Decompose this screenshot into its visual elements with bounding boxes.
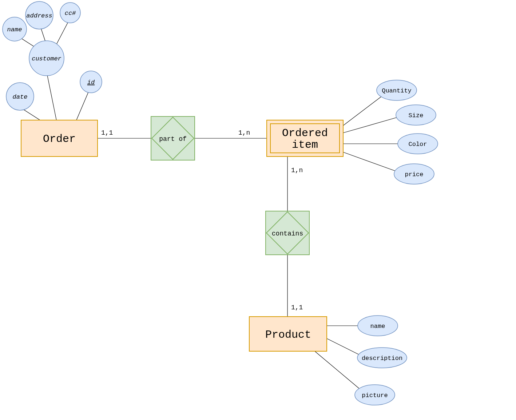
relationship-part-of: part of bbox=[151, 116, 195, 160]
attr-address: address bbox=[25, 1, 53, 29]
entity-ordered-item-label-1: Ordered bbox=[282, 127, 328, 139]
relationship-contains: contains bbox=[266, 211, 309, 255]
entity-order: Order bbox=[21, 120, 98, 156]
attr-id: id bbox=[80, 71, 102, 93]
attr-price: price bbox=[394, 164, 434, 184]
svg-text:address: address bbox=[26, 12, 52, 19]
edge-order-id bbox=[76, 90, 89, 120]
edge-customer-cc bbox=[56, 20, 69, 44]
attr-date: date bbox=[6, 83, 34, 110]
svg-text:name: name bbox=[7, 26, 22, 33]
entity-product-label: Product bbox=[265, 329, 311, 341]
attr-description: description bbox=[357, 348, 407, 368]
svg-text:Quantity: Quantity bbox=[382, 87, 412, 94]
svg-text:id: id bbox=[87, 79, 95, 86]
svg-text:name: name bbox=[370, 323, 385, 330]
svg-text:cc#: cc# bbox=[65, 10, 76, 17]
edge-order-customer bbox=[47, 75, 56, 120]
svg-text:customer: customer bbox=[32, 55, 61, 62]
relationship-part-of-label: part of bbox=[159, 135, 187, 143]
card-ordered-contains: 1,n bbox=[291, 167, 303, 174]
edge-oi-quantity bbox=[343, 95, 384, 126]
svg-text:Color: Color bbox=[408, 141, 427, 148]
entity-ordered-item: Ordered item bbox=[267, 120, 343, 156]
svg-text:date: date bbox=[13, 94, 28, 100]
attr-color: Color bbox=[398, 134, 438, 154]
entity-product: Product bbox=[249, 317, 327, 351]
edge-product-description bbox=[327, 338, 360, 355]
svg-text:picture: picture bbox=[362, 392, 388, 399]
entity-order-label: Order bbox=[43, 133, 76, 145]
edge-order-date bbox=[22, 108, 40, 120]
svg-text:description: description bbox=[362, 355, 402, 362]
edge-oi-price bbox=[343, 152, 397, 171]
attr-quantity: Quantity bbox=[377, 80, 417, 100]
edges bbox=[18, 20, 400, 389]
svg-text:price: price bbox=[405, 171, 423, 178]
attr-prod-name: name bbox=[358, 316, 398, 336]
er-diagram: 1,1 1,n 1,n 1,1 Order Ordered item Produ… bbox=[0, 0, 516, 420]
attr-picture: picture bbox=[355, 385, 395, 405]
relationship-contains-label: contains bbox=[272, 230, 303, 237]
card-partof-ordered: 1,n bbox=[238, 129, 250, 136]
edge-product-picture bbox=[315, 351, 360, 389]
card-order-partof: 1,1 bbox=[101, 129, 113, 136]
entity-ordered-item-label-2: item bbox=[292, 139, 318, 151]
attr-ccnum: cc# bbox=[60, 3, 80, 23]
attr-name: name bbox=[3, 17, 27, 41]
attr-size: Size bbox=[396, 105, 436, 125]
svg-text:Size: Size bbox=[409, 112, 424, 119]
attr-customer: customer bbox=[29, 41, 64, 76]
card-contains-product: 1,1 bbox=[291, 304, 303, 311]
